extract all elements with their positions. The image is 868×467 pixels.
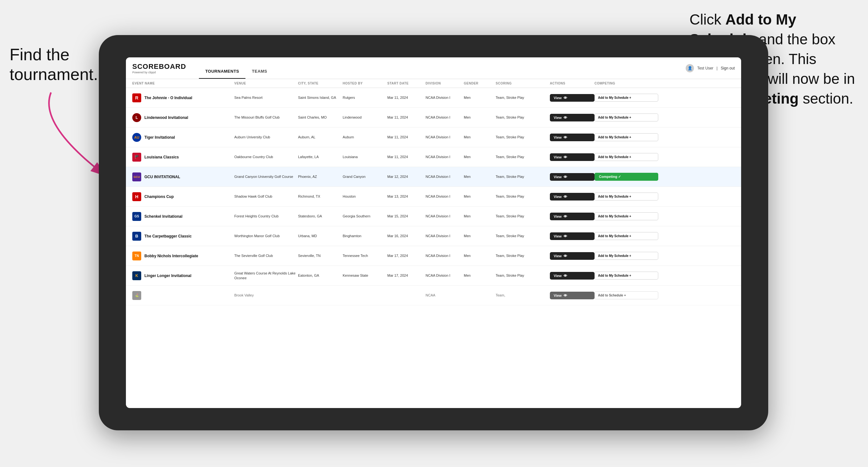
col-gender: GENDER [464,82,496,85]
tablet: SCOREBOARD Powered by clippd TOURNAMENTS… [99,35,768,430]
event-cell: R The Johnnie - O Individual [132,93,234,102]
division: NCAA Division I [426,273,464,278]
event-cell: GS Schenkel Invitational [132,212,234,221]
view-button[interactable]: View 👁 [550,232,594,240]
event-cell: AU Tiger Invitational [132,133,234,142]
col-division: DIVISION [426,82,464,85]
app-header: SCOREBOARD Powered by clippd TOURNAMENTS… [126,57,741,79]
eye-icon: 👁 [564,254,567,258]
start-date: Mar 11, 2024 [387,135,426,139]
event-cell: L Lindenwood Invitational [132,113,234,122]
view-button[interactable]: View 👁 [550,153,594,161]
venue: Auburn University Club [234,135,298,139]
division: NCAA Division I [426,115,464,120]
hosted-by: Kennesaw State [343,273,387,278]
sign-out-link[interactable]: Sign out [721,66,735,70]
city: Urbana, MD [298,234,343,238]
table-row-competing: GCU GCU INVITATIONAL Grand Canyon Univer… [126,167,741,187]
table-row: H Champions Cup Shadow Hawk Golf Club Ri… [126,187,741,207]
event-name: GCU INVITATIONAL [145,175,180,179]
add-to-schedule-button[interactable]: Add to My Schedule + [594,272,658,280]
start-date: Mar 12, 2024 [387,175,426,179]
table-row: K Linger Longer Invitational Great Water… [126,266,741,286]
eye-icon: 👁 [564,215,567,218]
view-button[interactable]: View 👁 [550,272,594,280]
add-to-schedule-button[interactable]: Add to My Schedule + [594,252,658,260]
venue: Great Waters Course At Reynolds Lake Oco… [234,271,298,280]
view-button[interactable]: View 👁 [550,213,594,220]
scoring: Team, Stroke Play [496,253,550,258]
event-name: Linger Longer Invitational [145,274,191,278]
team-logo: AU [132,133,141,142]
start-date: Mar 11, 2024 [387,155,426,159]
table-header: EVENT NAME VENUE CITY, STATE HOSTED BY S… [126,79,741,88]
view-button[interactable]: View 👁 [550,252,594,260]
add-to-schedule-button[interactable]: Add to My Schedule + [594,94,658,102]
event-cell: ⛳ [132,291,234,300]
table-row: L Lindenwood Invitational The Missouri B… [126,108,741,127]
table-row: B The Carpetbagger Classic Worthington M… [126,226,741,246]
division: NCAA [426,293,464,298]
event-cell: GCU GCU INVITATIONAL [132,173,234,181]
add-to-schedule-button[interactable]: Add to Schedule + [594,291,658,299]
table-row: ⛳ Brook Valley NCAA Team, View 👁 Add to … [126,286,741,305]
venue: The Missouri Bluffs Golf Club [234,115,298,120]
scoring: Team, Stroke Play [496,273,550,278]
venue: The Sevierville Golf Club [234,253,298,258]
division: NCAA Division I [426,253,464,258]
start-date: Mar 15, 2024 [387,214,426,218]
competing-button[interactable]: Competing ✓ [594,173,658,181]
logo-area: SCOREBOARD Powered by clippd [132,62,186,74]
view-button[interactable]: View 👁 [550,193,594,200]
hosted-by: Houston [343,194,387,198]
event-cell: B The Carpetbagger Classic [132,232,234,241]
division: NCAA Division I [426,214,464,218]
view-button[interactable]: View 👁 [550,292,594,299]
gender: Men [464,273,496,278]
event-name: Bobby Nichols Intercollegiate [145,254,198,258]
col-competing: COMPETING [594,82,658,85]
venue: Sea Palms Resort [234,95,298,100]
start-date: Mar 17, 2024 [387,253,426,258]
eye-icon: 👁 [564,293,567,298]
division: NCAA Division I [426,95,464,100]
team-logo: GS [132,212,141,221]
scoring: Team, Stroke Play [496,175,550,179]
start-date: Mar 16, 2024 [387,234,426,238]
add-to-schedule-button[interactable]: Add to My Schedule + [594,133,658,141]
event-cell: TN Bobby Nichols Intercollegiate [132,251,234,260]
user-name: Test User [697,66,713,70]
col-actions: ACTIONS [550,82,594,85]
hosted-by: Tennessee Tech [343,253,387,258]
scoring: Team, [496,293,550,298]
view-button[interactable]: View 👁 [550,94,594,102]
annotation-left-line1: Find the [9,45,69,64]
add-to-schedule-button[interactable]: Add to My Schedule + [594,232,658,240]
tab-tournaments[interactable]: TOURNAMENTS [199,69,245,79]
event-name: Schenkel Invitational [145,214,182,219]
city: Statesboro, GA [298,214,343,218]
add-to-schedule-button[interactable]: Add to My Schedule + [594,192,658,200]
eye-icon: 👁 [564,195,567,198]
venue: Shadow Hawk Golf Club [234,194,298,198]
hosted-by: Georgia Southern [343,214,387,218]
add-to-schedule-button[interactable]: Add to My Schedule + [594,212,658,220]
hosted-by: Rutgers [343,95,387,100]
add-to-schedule-button[interactable]: Add to My Schedule + [594,114,658,121]
hosted-by: Auburn [343,135,387,139]
eye-icon: 👁 [564,274,567,278]
venue: Grand Canyon University Golf Course [234,175,298,179]
eye-icon: 👁 [564,116,567,120]
team-logo: TN [132,251,141,260]
table-row: AU Tiger Invitational Auburn University … [126,127,741,147]
tab-teams[interactable]: TEAMS [245,69,274,79]
city: Auburn, AL [298,135,343,139]
view-button[interactable]: View 👁 [550,173,594,181]
add-to-schedule-button[interactable]: Add to My Schedule + [594,153,658,161]
event-name: Champions Cup [145,194,174,199]
team-logo: B [132,232,141,241]
team-logo: ⛳ [132,291,141,300]
eye-icon: 👁 [564,96,567,100]
view-button[interactable]: View 👁 [550,133,594,141]
view-button[interactable]: View 👁 [550,114,594,121]
